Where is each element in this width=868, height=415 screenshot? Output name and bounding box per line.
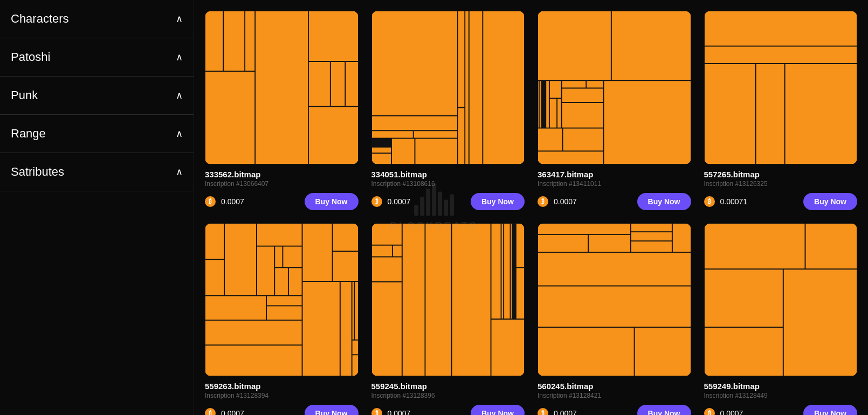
nft-footer: ₿0.0007Buy Now <box>371 193 525 210</box>
nft-image-container <box>205 223 359 377</box>
bitcoin-icon: ₿ <box>371 196 382 207</box>
nft-bitmap-canvas <box>371 223 525 377</box>
nft-bitmap-canvas <box>371 11 525 164</box>
nft-image-container <box>538 223 691 377</box>
nft-price: 0.0007 <box>720 409 743 415</box>
nft-bitmap-canvas <box>704 223 858 377</box>
nft-bitmap-canvas <box>538 223 691 377</box>
nft-title: 560245.bitmap <box>538 382 691 391</box>
sidebar-item-label: Punk <box>11 88 38 102</box>
sidebar-item-characters[interactable]: Characters ∧ <box>0 0 194 38</box>
buy-now-button[interactable]: Buy Now <box>305 193 359 210</box>
sidebar-item-label: Satributes <box>11 165 64 179</box>
bitcoin-icon: ₿ <box>704 408 715 415</box>
chevron-up-icon: ∧ <box>176 128 183 140</box>
nft-inscription: Inscription #13128421 <box>538 392 691 399</box>
nft-title: 559249.bitmap <box>704 382 858 391</box>
sidebar-item-range[interactable]: Range ∧ <box>0 115 194 153</box>
nft-title: 333562.bitmap <box>205 170 359 179</box>
nft-image-container <box>205 11 359 164</box>
sidebar-item-satributes[interactable]: Satributes ∧ <box>0 153 194 191</box>
nft-footer: ₿0.00071Buy Now <box>704 193 858 210</box>
buy-now-button[interactable]: Buy Now <box>471 405 525 415</box>
nft-card: 560245.bitmapInscription #13128421₿0.000… <box>538 223 691 416</box>
nft-image-container <box>704 11 858 164</box>
nft-price: 0.0007 <box>554 409 577 415</box>
buy-now-button[interactable]: Buy Now <box>637 405 691 415</box>
nft-price: 0.0007 <box>554 197 577 206</box>
buy-now-button[interactable]: Buy Now <box>471 193 525 210</box>
buy-now-button[interactable]: Buy Now <box>803 193 857 210</box>
nft-image-container <box>371 223 525 377</box>
nft-image-container <box>704 223 858 377</box>
chevron-up-icon: ∧ <box>176 89 183 101</box>
bitcoin-icon: ₿ <box>704 196 715 207</box>
nft-bitmap-canvas <box>538 11 691 164</box>
chevron-up-icon: ∧ <box>176 13 183 25</box>
chevron-up-icon: ∧ <box>176 166 183 178</box>
nft-inscription: Inscription #13411011 <box>538 180 691 188</box>
sidebar-item-punk[interactable]: Punk ∧ <box>0 77 194 115</box>
nft-card: 559263.bitmapInscription #13128394₿0.000… <box>205 223 359 416</box>
nft-inscription: Inscription #13126325 <box>704 180 858 188</box>
bitcoin-icon: ₿ <box>371 408 382 415</box>
nft-card: 559245.bitmapInscription #13128396₿0.000… <box>371 223 525 416</box>
nft-footer: ₿0.0007Buy Now <box>704 405 858 415</box>
nft-title: 559245.bitmap <box>371 382 525 391</box>
nft-bitmap-canvas <box>704 11 858 164</box>
nft-bitmap-canvas <box>205 223 359 377</box>
nft-card: 334051.bitmapInscription #13108616₿0.000… <box>371 11 525 210</box>
nft-card: 557265.bitmapInscription #13126325₿0.000… <box>704 11 858 210</box>
nft-price: 0.00071 <box>720 197 748 206</box>
nft-image-container <box>371 11 525 164</box>
sidebar-item-label: Characters <box>11 12 69 26</box>
chevron-up-icon: ∧ <box>176 51 183 63</box>
buy-now-button[interactable]: Buy Now <box>637 193 691 210</box>
nft-title: 557265.bitmap <box>704 170 858 179</box>
nft-footer: ₿0.0007Buy Now <box>538 193 691 210</box>
nft-card: 363417.bitmapInscription #13411011₿0.000… <box>538 11 691 210</box>
nft-title: 363417.bitmap <box>538 170 691 179</box>
bitcoin-icon: ₿ <box>538 196 548 207</box>
nft-bitmap-canvas <box>205 11 359 164</box>
nft-price: 0.0007 <box>388 409 411 415</box>
nft-title: 334051.bitmap <box>371 170 525 179</box>
bitcoin-icon: ₿ <box>538 408 548 415</box>
nft-inscription: Inscription #13066407 <box>205 180 359 188</box>
nft-footer: ₿0.0007Buy Now <box>538 405 691 415</box>
main-content: 333562.bitmapInscription #13066407₿0.000… <box>194 0 868 415</box>
buy-now-button[interactable]: Buy Now <box>803 405 857 415</box>
nft-price: 0.0007 <box>221 197 244 206</box>
nft-inscription: Inscription #13128396 <box>371 392 525 399</box>
nft-inscription: Inscription #13128449 <box>704 392 858 399</box>
nft-footer: ₿0.0007Buy Now <box>371 405 525 415</box>
nft-footer: ₿0.0007Buy Now <box>205 193 359 210</box>
nft-price: 0.0007 <box>221 409 244 415</box>
sidebar-item-label: Patoshi <box>11 50 50 64</box>
sidebar: Characters ∧ Patoshi ∧ Punk ∧ Range ∧ Sa… <box>0 0 194 415</box>
nft-grid: 333562.bitmapInscription #13066407₿0.000… <box>205 11 857 415</box>
bitcoin-icon: ₿ <box>205 408 216 415</box>
nft-footer: ₿0.0007Buy Now <box>205 405 359 415</box>
sidebar-item-label: Range <box>11 127 46 141</box>
nft-card: 333562.bitmapInscription #13066407₿0.000… <box>205 11 359 210</box>
sidebar-item-patoshi[interactable]: Patoshi ∧ <box>0 38 194 77</box>
nft-title: 559263.bitmap <box>205 382 359 391</box>
nft-inscription: Inscription #13108616 <box>371 180 525 188</box>
buy-now-button[interactable]: Buy Now <box>305 405 359 415</box>
nft-price: 0.0007 <box>388 197 411 206</box>
bitcoin-icon: ₿ <box>205 196 216 207</box>
nft-inscription: Inscription #13128394 <box>205 392 359 399</box>
nft-image-container <box>538 11 691 164</box>
nft-card: 559249.bitmapInscription #13128449₿0.000… <box>704 223 858 416</box>
